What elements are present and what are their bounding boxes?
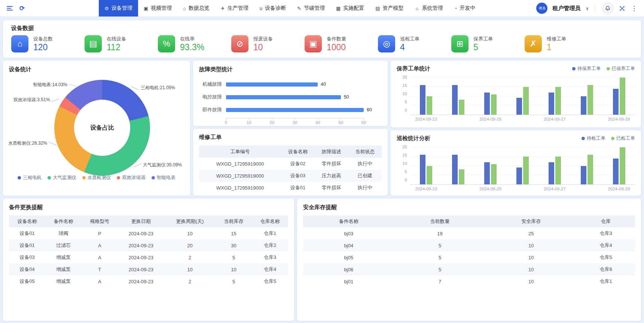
bar[interactable] bbox=[587, 155, 593, 184]
legend-item[interactable]: 已检工单 bbox=[611, 135, 635, 142]
bar[interactable] bbox=[452, 155, 458, 184]
table-cell: 已创建 bbox=[348, 170, 382, 182]
table-row[interactable]: bj01710仓库1 bbox=[303, 275, 635, 287]
chevron-down-icon[interactable]: ∨ bbox=[585, 6, 589, 11]
nav-item-production[interactable]: ✈生产管理 bbox=[215, 0, 254, 16]
table-cell: 10 bbox=[485, 239, 577, 251]
legend-item[interactable]: 已保养工单 bbox=[607, 66, 635, 72]
nav-item-video[interactable]: ▣视频管理 bbox=[138, 0, 177, 16]
column-header: 设备名称 bbox=[9, 215, 45, 227]
repair-tools-icon: ✗ bbox=[525, 35, 542, 52]
nav-item-device[interactable]: ⚙设备管理 bbox=[99, 0, 138, 16]
bar[interactable] bbox=[427, 166, 432, 185]
y-tick-label: 15 bbox=[402, 153, 407, 158]
table-row[interactable]: 设备03增减泵A2024-09-2325仓库3 bbox=[9, 251, 288, 263]
legend-item[interactable]: 三相电机 bbox=[18, 175, 42, 181]
chart-legend: 待检工单已检工单 bbox=[582, 135, 635, 142]
bar[interactable] bbox=[459, 100, 464, 115]
notification-bell-icon[interactable] bbox=[601, 2, 614, 15]
in-development-icon: ◔ bbox=[454, 6, 457, 11]
nav-item-implement[interactable]: ▦实施配置 bbox=[330, 0, 370, 16]
table-cell: 30 bbox=[216, 239, 252, 251]
nav-item-system[interactable]: ☼系统管理 bbox=[409, 0, 449, 16]
bar[interactable] bbox=[613, 159, 619, 184]
nav-item-dev[interactable]: ◔开发中 bbox=[449, 0, 481, 16]
bar[interactable] bbox=[226, 95, 341, 99]
legend-item[interactable]: 待检工单 bbox=[582, 135, 605, 142]
bar[interactable] bbox=[523, 157, 529, 184]
bar[interactable] bbox=[226, 108, 364, 112]
x-tick-label: 40 bbox=[315, 120, 320, 125]
table-row[interactable]: WXGD_17295919000设备01零件损坏执行中 bbox=[199, 182, 382, 194]
category-label: 电控故障 bbox=[199, 94, 226, 100]
bar[interactable] bbox=[484, 162, 490, 184]
bar[interactable] bbox=[420, 85, 425, 115]
bar[interactable] bbox=[484, 93, 490, 115]
legend-item[interactable]: 大气监测仪 bbox=[48, 175, 76, 181]
table-cell: 仓库4 bbox=[252, 263, 288, 275]
bar[interactable] bbox=[452, 85, 458, 115]
bar[interactable] bbox=[613, 89, 619, 115]
table-cell: 5 bbox=[216, 251, 252, 263]
navbar-right: 理员 租户管理员 ∨ ⋮ bbox=[536, 0, 644, 16]
bar[interactable] bbox=[620, 147, 625, 184]
stat-card: ⌂设备总数120 bbox=[11, 35, 85, 52]
bar[interactable] bbox=[516, 98, 522, 115]
device-data-panel: 设备数据 ⌂设备总数120▤在线设备112%在线率93.3%⊘报废设备10▣备件… bbox=[3, 20, 641, 58]
bar[interactable] bbox=[523, 87, 529, 115]
legend-item[interactable]: 待保养工单 bbox=[572, 66, 601, 72]
bar[interactable] bbox=[581, 166, 586, 185]
stat-label: 巡检工单 bbox=[400, 36, 419, 42]
table-cell: bj05 bbox=[303, 251, 394, 263]
bar[interactable] bbox=[555, 157, 561, 184]
bar[interactable] bbox=[427, 96, 432, 115]
legend-item[interactable]: 双效浓缩器 bbox=[117, 175, 146, 181]
nav-item-diagnosis[interactable]: ʊ设备诊断 bbox=[254, 0, 292, 16]
refresh-icon[interactable]: ⟳ bbox=[19, 5, 25, 12]
table-row[interactable]: bj06510仓库6 bbox=[303, 263, 635, 275]
collapse-menu-icon[interactable] bbox=[7, 6, 13, 10]
table-row[interactable]: 设备01球阀P2024-09-231015仓库1 bbox=[9, 227, 288, 239]
stats-cards: ⌂设备总数120▤在线设备112%在线率93.3%⊘报废设备10▣备件数量100… bbox=[11, 35, 633, 52]
nav-item-carbon[interactable]: ✎节碳管理 bbox=[292, 0, 330, 16]
bar[interactable] bbox=[549, 162, 554, 184]
panel-title: 备件更换提醒 bbox=[9, 204, 288, 211]
legend-item[interactable]: 水质检测仪 bbox=[82, 175, 111, 181]
user-avatar[interactable]: 理员 bbox=[536, 3, 547, 14]
bar[interactable] bbox=[459, 169, 464, 184]
bar[interactable] bbox=[516, 167, 522, 184]
table-row[interactable]: bj04510仓库4 bbox=[303, 239, 635, 251]
category-label: 部件故障 bbox=[199, 106, 226, 113]
bar[interactable] bbox=[420, 155, 425, 184]
y-tick-label: 20 bbox=[402, 145, 407, 150]
table-row[interactable]: bj05510仓库5 bbox=[303, 251, 635, 263]
maintenance-orders-panel: 保养工单统计 待保养工单已保养工单 201510502024-09-232024… bbox=[391, 61, 641, 127]
bar[interactable] bbox=[491, 164, 497, 184]
nav-item-asset[interactable]: ▤资产模型 bbox=[370, 0, 409, 16]
table-row[interactable]: 设备04增减泵T2024-09-231010仓库4 bbox=[9, 263, 288, 275]
table-row[interactable]: bj031925仓库3 bbox=[303, 227, 635, 239]
table-cell: 7 bbox=[394, 275, 486, 287]
x-tick-label: 2024-09-29 bbox=[603, 117, 635, 121]
bar[interactable] bbox=[549, 93, 554, 115]
bar[interactable] bbox=[491, 94, 497, 115]
bar[interactable] bbox=[620, 78, 625, 115]
bar[interactable] bbox=[226, 82, 318, 87]
user-name[interactable]: 租户管理员 bbox=[552, 5, 580, 12]
bar[interactable] bbox=[555, 87, 561, 115]
bar[interactable] bbox=[587, 85, 593, 115]
value-label: 50 bbox=[344, 94, 349, 100]
legend-item[interactable]: 智能电表 bbox=[152, 175, 176, 181]
table-cell: 增减泵 bbox=[45, 251, 82, 263]
more-menu-icon[interactable]: ⋮ bbox=[630, 4, 638, 12]
stat-card: ▣备件数量1000 bbox=[305, 35, 378, 52]
x-tick-label bbox=[442, 117, 474, 121]
table-row[interactable]: WXGD_17295919000设备02零件损坏执行中 bbox=[199, 158, 382, 170]
table-row[interactable]: WXGD_17295919000设备03压力超高已创建 bbox=[199, 170, 382, 182]
nav-item-overview[interactable]: ⌂数据总览 bbox=[177, 0, 215, 16]
bar[interactable] bbox=[581, 96, 586, 115]
column-header: 故障描述 bbox=[315, 145, 348, 158]
table-row[interactable]: 设备01过滤芯A2024-09-232030仓库2 bbox=[9, 239, 288, 251]
expand-icon[interactable] bbox=[619, 5, 625, 12]
table-row[interactable]: 设备05增减泵A2024-09-2325仓库5 bbox=[9, 275, 288, 287]
